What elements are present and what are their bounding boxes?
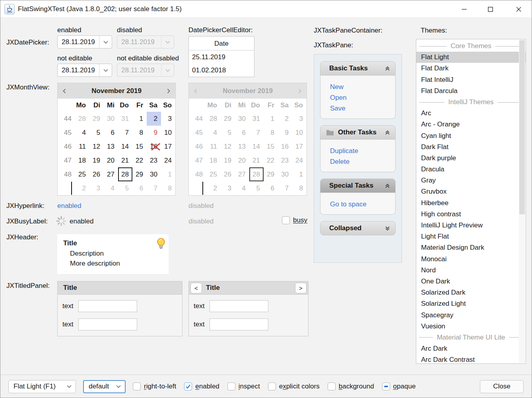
enabled-checkbox-label[interactable]: enabled [195, 382, 219, 390]
theme-item[interactable]: Monocai [416, 254, 526, 265]
theme-item[interactable]: IntelliJ Light Preview [416, 220, 526, 231]
calendar-day[interactable]: 9 [147, 126, 161, 140]
opaque-checkbox[interactable] [382, 382, 390, 390]
collapse-icon[interactable] [384, 183, 390, 189]
calendar-day[interactable]: 22 [132, 153, 147, 167]
calendar-day[interactable]: 20 [104, 153, 118, 167]
prev-button[interactable]: < [190, 283, 202, 293]
theme-item[interactable]: Arc - Orange [416, 119, 526, 130]
calendar-day[interactable]: 2 [147, 112, 161, 126]
explicit-colors-checkbox-label[interactable]: explicit colors [279, 382, 320, 390]
calendar-day[interactable]: 30 [104, 112, 118, 126]
theme-item[interactable]: Arc [416, 108, 526, 119]
task-link[interactable]: Go to space [330, 199, 395, 210]
calendar-day[interactable]: 1 [132, 112, 147, 126]
calendar-day[interactable]: 8 [132, 126, 147, 140]
calendar-day[interactable]: 26 [89, 167, 104, 181]
calendar-day[interactable]: 8 [161, 181, 175, 195]
calendar-day[interactable]: 3 [89, 181, 104, 195]
theme-item[interactable]: One Dark [416, 276, 526, 287]
calendar-day[interactable]: 29 [132, 167, 147, 181]
calendar-day[interactable]: 15 [132, 140, 147, 153]
date-column-header[interactable]: Date [189, 37, 254, 50]
task-pane-header[interactable]: Special Tasks [320, 179, 396, 193]
calendar-day[interactable]: 3 [161, 112, 175, 126]
theme-item[interactable]: Spacegray [416, 310, 526, 321]
datepicker-value[interactable]: 28.11.2019 [58, 38, 99, 46]
calendar-day[interactable]: 19 [89, 153, 104, 167]
theme-item[interactable]: Flat Light [416, 52, 526, 63]
chevron-down-icon[interactable] [99, 64, 112, 76]
text-input[interactable] [78, 318, 137, 330]
task-link[interactable]: Save [330, 103, 395, 114]
right-to-left-checkbox-label[interactable]: right-to-left [144, 382, 176, 390]
theme-item[interactable]: Flat IntelliJ [416, 74, 526, 85]
maximize-button[interactable] [480, 0, 500, 18]
expand-icon[interactable] [384, 225, 390, 231]
theme-combobox[interactable]: Flat Light (F1) [8, 380, 76, 393]
text-input[interactable] [78, 300, 137, 312]
theme-item[interactable]: High contrast [416, 209, 526, 220]
checkbox-enabled[interactable]: enabled [184, 382, 219, 390]
collapse-icon[interactable] [384, 66, 390, 72]
task-link[interactable]: Delete [330, 156, 395, 167]
checkbox-background[interactable]: background [328, 382, 374, 390]
scrollbar-track[interactable] [519, 40, 525, 363]
calendar-day[interactable]: 27 [104, 167, 118, 181]
theme-item[interactable]: Flat Darcula [416, 85, 526, 97]
task-pane-header[interactable]: Basic Tasks [320, 61, 396, 76]
theme-item[interactable]: Material Design Dark [416, 242, 526, 253]
calendar-day[interactable]: 2 [75, 181, 89, 195]
task-link[interactable]: Open [330, 92, 395, 103]
calendar-day[interactable]: 30 [147, 167, 161, 181]
calendar-day[interactable]: 4 [104, 181, 118, 195]
busy-checkbox-label[interactable]: busy [293, 216, 307, 224]
calendar-day[interactable]: 16 [147, 140, 161, 153]
checkbox-opaque[interactable]: opaque [382, 382, 416, 390]
theme-item[interactable]: Gruvbox [416, 186, 526, 197]
next-month-icon[interactable] [161, 83, 175, 99]
calendar-day[interactable]: 12 [89, 140, 104, 153]
calendar-day[interactable]: 18 [75, 153, 89, 167]
minimize-button[interactable] [454, 0, 474, 18]
calendar-day[interactable]: 14 [118, 140, 132, 153]
theme-item[interactable]: Solarized Light [416, 298, 526, 309]
datepicker-noteditable[interactable]: 28.11.2019 [57, 64, 112, 77]
theme-item[interactable]: Cyan light [416, 130, 526, 142]
close-window-button[interactable] [509, 0, 528, 18]
checkbox-explicit-colors[interactable]: explicit colors [268, 382, 320, 390]
inspect-checkbox-label[interactable]: inspect [239, 382, 260, 390]
date-cell[interactable]: 25.11.2019 [189, 50, 254, 64]
theme-item[interactable]: Arc Dark [416, 343, 526, 354]
calendar-day[interactable]: 31 [118, 112, 132, 126]
calendar-day[interactable]: 17 [161, 140, 175, 153]
calendar-day[interactable]: 24 [161, 153, 175, 167]
text-input[interactable] [210, 300, 268, 312]
calendar-day[interactable]: 4 [75, 126, 89, 140]
calendar-day[interactable]: 29 [89, 112, 104, 126]
theme-item[interactable]: Dark purple [416, 153, 526, 164]
busy-checkbox-row[interactable]: busy [282, 216, 307, 224]
calendar-day[interactable]: 28 [75, 112, 89, 126]
theme-item[interactable]: Flat Dark [416, 63, 526, 74]
close-button[interactable]: Close [480, 380, 524, 393]
chevron-down-icon[interactable] [99, 36, 112, 48]
explicit-colors-checkbox[interactable] [268, 382, 276, 390]
checkbox-inspect[interactable]: inspect [227, 382, 260, 390]
theme-item[interactable]: Vuesion [416, 321, 526, 332]
right-to-left-checkbox[interactable] [133, 382, 141, 390]
theme-item[interactable]: Solarized Dark [416, 287, 526, 298]
theme-item[interactable]: Dark Flat [416, 142, 526, 153]
task-pane-header[interactable]: Collapsed [320, 221, 396, 235]
prev-month-icon[interactable] [58, 83, 72, 99]
theme-item[interactable]: Arc Dark Contrast [416, 354, 526, 364]
opaque-checkbox-label[interactable]: opaque [393, 382, 416, 390]
calendar-day[interactable]: 1 [161, 167, 175, 181]
calendar-day[interactable]: 25 [75, 167, 89, 181]
next-button[interactable]: > [295, 283, 307, 293]
hyperlink-enabled[interactable]: enabled [57, 202, 82, 210]
busy-checkbox[interactable] [282, 216, 290, 224]
datepicker-enabled[interactable]: 28.11.2019 [57, 35, 112, 49]
scale-combobox[interactable]: default [83, 380, 126, 393]
calendar-day[interactable]: 10 [161, 126, 175, 140]
